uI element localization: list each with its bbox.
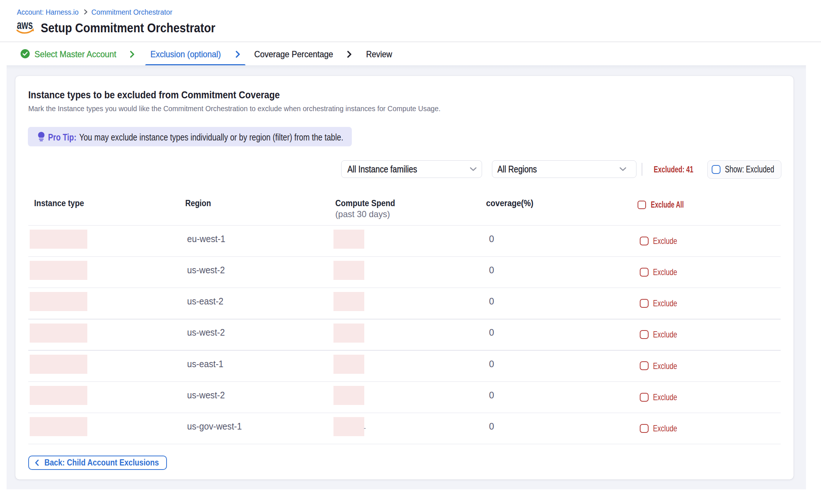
svg-text:aws: aws (17, 20, 33, 32)
